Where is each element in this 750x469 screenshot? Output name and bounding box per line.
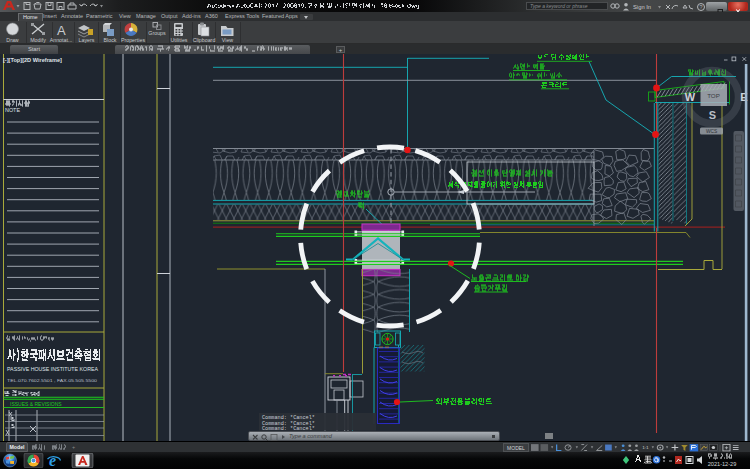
svg-text:?: ? xyxy=(699,4,702,10)
svg-text:S: S xyxy=(709,109,716,121)
svg-text:TOP: TOP xyxy=(707,92,720,99)
svg-text:ISSUES & REVISIONS: ISSUES & REVISIONS xyxy=(10,401,62,407)
svg-text:[-][Top][2D Wireframe]: [-][Top][2D Wireframe] xyxy=(3,57,62,63)
svg-text:W: W xyxy=(685,91,696,103)
svg-text:PASSIVE HOUSE INSTITUTE KOREA: PASSIVE HOUSE INSTITUTE KOREA xyxy=(7,365,99,372)
svg-text:e: e xyxy=(49,453,56,468)
svg-text:TEL.070.7602.5501 , FAX.05.5: TEL.070.7602.5501 , FAX.05.505.5500 xyxy=(7,378,98,383)
svg-text:WCS: WCS xyxy=(706,129,717,134)
svg-text:1:1: 1:1 xyxy=(642,445,649,450)
svg-text:A: A xyxy=(57,23,66,38)
svg-text:Sign In: Sign In xyxy=(633,4,651,10)
svg-text:NOTE: NOTE xyxy=(5,107,20,113)
